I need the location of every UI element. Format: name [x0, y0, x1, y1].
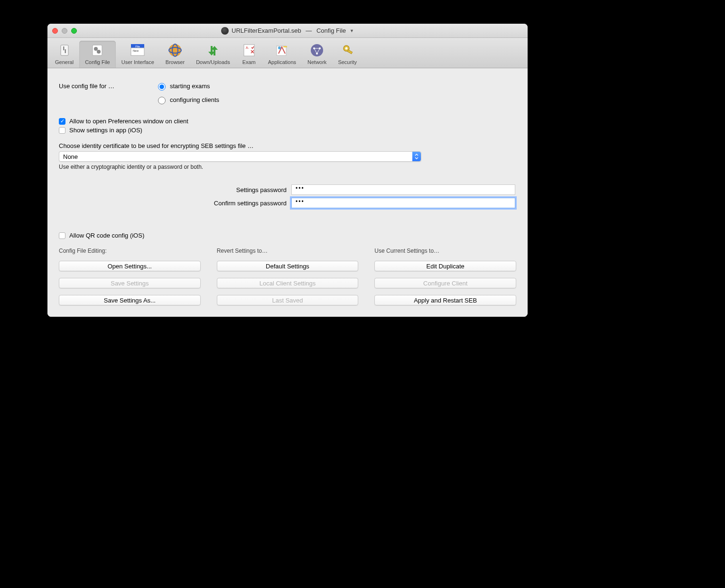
tab-exam[interactable]: A- Exam: [236, 41, 262, 68]
tab-security[interactable]: Security: [332, 41, 362, 68]
checkbox-icon[interactable]: [59, 232, 65, 239]
general-icon: [57, 43, 72, 58]
close-icon[interactable]: [52, 28, 58, 34]
config-file-icon: [90, 43, 105, 58]
checkbox-label: Allow QR code config (iOS): [69, 232, 144, 239]
radio-label: starting exams: [170, 83, 210, 90]
zoom-icon[interactable]: [71, 28, 77, 34]
svg-point-28: [345, 47, 348, 50]
confirm-password-input[interactable]: •••: [291, 198, 515, 208]
dropdown-value: None: [63, 153, 78, 160]
tab-label: Browser: [166, 59, 185, 65]
dropdown-chevron-icon: [412, 152, 421, 161]
tab-user-interface[interactable]: FileNew User Interface: [116, 41, 160, 68]
svg-point-5: [97, 50, 101, 54]
radio-input[interactable]: [158, 83, 166, 91]
tab-general[interactable]: General: [49, 41, 79, 68]
checkbox-allow-prefs[interactable]: ✓ Allow to open Preferences window on cl…: [59, 118, 516, 125]
minimize-icon[interactable]: [62, 28, 67, 34]
confirm-password-label: Confirm settings password: [59, 200, 291, 207]
apply-restart-button[interactable]: Apply and Restart SEB: [374, 295, 516, 305]
browser-icon: [167, 43, 183, 58]
tab-label: Security: [338, 59, 357, 65]
identity-note: Use either a cryptographic identity or a…: [59, 164, 516, 170]
exam-icon: A-: [242, 43, 257, 58]
svg-point-18: [278, 46, 281, 49]
down-uploads-icon: [205, 43, 221, 58]
preferences-window: URLFilterExamPortal.seb — Config File ▼ …: [47, 24, 528, 317]
identity-label: Choose identity certificate to be used f…: [59, 142, 516, 149]
tab-browser[interactable]: Browser: [160, 41, 190, 68]
tab-label: Network: [307, 59, 326, 65]
applications-icon: [274, 43, 289, 58]
user-interface-icon: FileNew: [130, 43, 145, 58]
tab-down-uploads[interactable]: Down/Uploads: [190, 41, 236, 68]
security-icon: [340, 43, 355, 58]
document-icon: [221, 27, 229, 35]
checkbox-icon[interactable]: ✓: [59, 118, 65, 125]
col2-header: Revert Settings to…: [217, 248, 359, 254]
settings-password-label: Settings password: [59, 186, 291, 193]
checkbox-label: Show settings in app (iOS): [69, 127, 142, 134]
configure-client-button: Configure Client: [374, 278, 516, 288]
col1-header: Config File Editing:: [59, 248, 201, 254]
svg-rect-3: [93, 45, 102, 55]
checkbox-icon[interactable]: [59, 127, 65, 134]
svg-point-4: [94, 47, 98, 51]
svg-text:New: New: [133, 49, 139, 52]
tab-label: Applications: [268, 59, 296, 65]
toolbar: General Config File FileNew User Interfa…: [47, 38, 528, 68]
tab-label: General: [55, 59, 74, 65]
svg-rect-0: [61, 45, 68, 55]
title-separator: —: [304, 27, 314, 34]
svg-point-20: [311, 44, 323, 56]
last-saved-button: Last Saved: [217, 295, 359, 305]
window-filename: URLFilterExamPortal.seb: [232, 27, 301, 34]
svg-point-10: [169, 44, 181, 56]
checkbox-show-settings[interactable]: Show settings in app (iOS): [59, 127, 516, 134]
traffic-lights: [52, 28, 77, 34]
content-area: Use config file for … starting exams con…: [47, 68, 528, 317]
window-title[interactable]: URLFilterExamPortal.seb — Config File ▼: [221, 27, 354, 35]
titlebar: URLFilterExamPortal.seb — Config File ▼: [47, 24, 528, 38]
radio-input[interactable]: [158, 97, 166, 104]
svg-rect-2: [65, 49, 66, 53]
save-settings-as-button[interactable]: Save Settings As...: [59, 295, 201, 305]
save-settings-button: Save Settings: [59, 278, 201, 288]
svg-rect-29: [347, 50, 353, 54]
network-icon: [309, 43, 325, 58]
default-settings-button[interactable]: Default Settings: [217, 261, 359, 271]
svg-text:A-: A-: [246, 46, 250, 49]
radio-label: configuring clients: [170, 96, 219, 103]
checkbox-allow-qr[interactable]: Allow QR code config (iOS): [59, 232, 516, 239]
checkbox-label: Allow to open Preferences window on clie…: [69, 118, 188, 125]
svg-rect-1: [63, 46, 65, 50]
open-settings-button[interactable]: Open Settings...: [59, 261, 201, 271]
radio-configuring-clients[interactable]: configuring clients: [156, 95, 219, 104]
edit-duplicate-button[interactable]: Edit Duplicate: [374, 261, 516, 271]
tab-label: Exam: [242, 59, 256, 65]
local-client-settings-button: Local Client Settings: [217, 278, 359, 288]
tab-label: Down/Uploads: [196, 59, 230, 65]
title-chevron-icon: ▼: [350, 28, 354, 33]
tab-network[interactable]: Network: [302, 41, 332, 68]
identity-dropdown[interactable]: None: [59, 151, 421, 162]
tab-label: Config File: [85, 59, 110, 65]
tab-config-file[interactable]: Config File: [79, 41, 116, 68]
window-section: Config File: [316, 27, 346, 34]
tab-applications[interactable]: Applications: [262, 41, 302, 68]
use-config-label: Use config file for …: [59, 82, 156, 90]
radio-starting-exams[interactable]: starting exams: [156, 82, 219, 91]
svg-rect-19: [283, 46, 287, 47]
svg-text:File: File: [135, 45, 140, 48]
tab-label: User Interface: [121, 59, 154, 65]
settings-password-input[interactable]: •••: [291, 184, 515, 195]
col3-header: Use Current Settings to…: [374, 248, 516, 254]
